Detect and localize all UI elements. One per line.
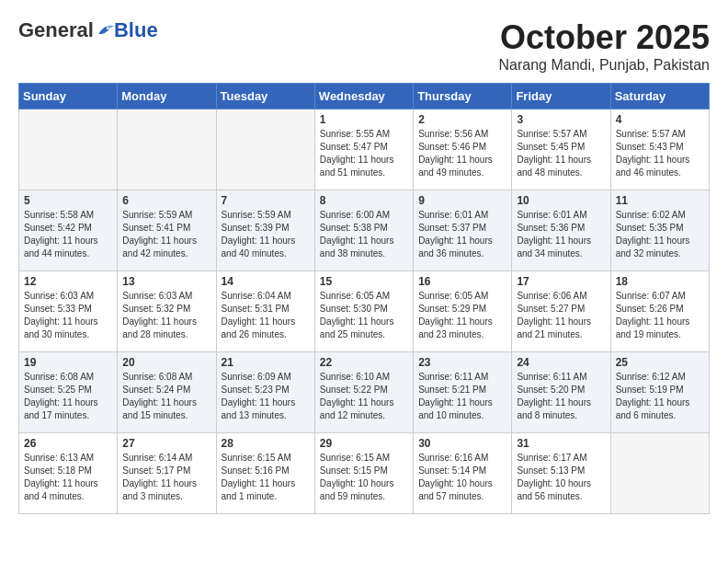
day-number: 4 bbox=[616, 113, 704, 126]
day-number: 2 bbox=[418, 113, 506, 126]
day-info: Sunrise: 5:58 AM Sunset: 5:42 PM Dayligh… bbox=[24, 209, 112, 260]
day-info: Sunrise: 6:01 AM Sunset: 5:36 PM Dayligh… bbox=[517, 209, 605, 260]
weekday-header-row: SundayMondayTuesdayWednesdayThursdayFrid… bbox=[19, 84, 710, 109]
day-info: Sunrise: 6:09 AM Sunset: 5:23 PM Dayligh… bbox=[222, 371, 310, 422]
calendar-week-row: 12Sunrise: 6:03 AM Sunset: 5:33 PM Dayli… bbox=[19, 271, 710, 352]
logo-blue-text: Blue bbox=[114, 18, 158, 42]
day-number: 13 bbox=[122, 275, 210, 288]
logo: General Blue bbox=[18, 18, 158, 42]
day-number: 19 bbox=[24, 356, 112, 369]
weekday-header-wednesday: Wednesday bbox=[314, 84, 413, 109]
calendar-cell: 1Sunrise: 5:55 AM Sunset: 5:47 PM Daylig… bbox=[314, 109, 413, 190]
calendar-cell: 18Sunrise: 6:07 AM Sunset: 5:26 PM Dayli… bbox=[610, 271, 709, 352]
month-title: October 2025 bbox=[499, 18, 710, 57]
day-number: 11 bbox=[616, 194, 704, 207]
calendar-week-row: 26Sunrise: 6:13 AM Sunset: 5:18 PM Dayli… bbox=[19, 433, 710, 514]
calendar-cell: 31Sunrise: 6:17 AM Sunset: 5:13 PM Dayli… bbox=[512, 433, 610, 514]
day-info: Sunrise: 6:10 AM Sunset: 5:22 PM Dayligh… bbox=[320, 371, 408, 422]
calendar-cell: 25Sunrise: 6:12 AM Sunset: 5:19 PM Dayli… bbox=[610, 352, 709, 433]
day-number: 28 bbox=[222, 437, 310, 450]
day-number: 25 bbox=[616, 356, 704, 369]
page-header: General Blue October 2025 Narang Mandi, … bbox=[18, 18, 710, 74]
day-number: 6 bbox=[122, 194, 210, 207]
day-number: 30 bbox=[418, 437, 506, 450]
calendar-week-row: 19Sunrise: 6:08 AM Sunset: 5:25 PM Dayli… bbox=[19, 352, 710, 433]
day-info: Sunrise: 5:57 AM Sunset: 5:43 PM Dayligh… bbox=[616, 128, 704, 179]
day-number: 5 bbox=[24, 194, 112, 207]
calendar-cell: 27Sunrise: 6:14 AM Sunset: 5:17 PM Dayli… bbox=[118, 433, 216, 514]
calendar-cell: 14Sunrise: 6:04 AM Sunset: 5:31 PM Dayli… bbox=[216, 271, 314, 352]
title-block: October 2025 Narang Mandi, Punjab, Pakis… bbox=[499, 18, 710, 74]
day-number: 29 bbox=[320, 437, 408, 450]
calendar-cell: 17Sunrise: 6:06 AM Sunset: 5:27 PM Dayli… bbox=[512, 271, 610, 352]
day-number: 3 bbox=[517, 113, 605, 126]
calendar-cell: 9Sunrise: 6:01 AM Sunset: 5:37 PM Daylig… bbox=[414, 190, 512, 271]
calendar-cell: 4Sunrise: 5:57 AM Sunset: 5:43 PM Daylig… bbox=[610, 109, 709, 190]
calendar-week-row: 1Sunrise: 5:55 AM Sunset: 5:47 PM Daylig… bbox=[19, 109, 710, 190]
day-info: Sunrise: 5:59 AM Sunset: 5:41 PM Dayligh… bbox=[122, 209, 210, 260]
calendar-cell: 12Sunrise: 6:03 AM Sunset: 5:33 PM Dayli… bbox=[19, 271, 118, 352]
calendar-cell: 13Sunrise: 6:03 AM Sunset: 5:32 PM Dayli… bbox=[118, 271, 216, 352]
day-info: Sunrise: 6:05 AM Sunset: 5:30 PM Dayligh… bbox=[320, 290, 408, 341]
day-info: Sunrise: 5:56 AM Sunset: 5:46 PM Dayligh… bbox=[418, 128, 506, 179]
calendar-week-row: 5Sunrise: 5:58 AM Sunset: 5:42 PM Daylig… bbox=[19, 190, 710, 271]
day-number: 14 bbox=[222, 275, 310, 288]
day-info: Sunrise: 6:15 AM Sunset: 5:15 PM Dayligh… bbox=[320, 452, 408, 503]
calendar-cell: 11Sunrise: 6:02 AM Sunset: 5:35 PM Dayli… bbox=[610, 190, 709, 271]
day-number: 23 bbox=[418, 356, 506, 369]
calendar-cell: 26Sunrise: 6:13 AM Sunset: 5:18 PM Dayli… bbox=[19, 433, 118, 514]
day-info: Sunrise: 6:07 AM Sunset: 5:26 PM Dayligh… bbox=[616, 290, 704, 341]
calendar-cell: 7Sunrise: 5:59 AM Sunset: 5:39 PM Daylig… bbox=[216, 190, 314, 271]
weekday-header-thursday: Thursday bbox=[414, 84, 512, 109]
calendar-cell: 20Sunrise: 6:08 AM Sunset: 5:24 PM Dayli… bbox=[118, 352, 216, 433]
day-number: 8 bbox=[320, 194, 408, 207]
day-info: Sunrise: 6:08 AM Sunset: 5:25 PM Dayligh… bbox=[24, 371, 112, 422]
day-info: Sunrise: 6:16 AM Sunset: 5:14 PM Dayligh… bbox=[418, 452, 506, 503]
day-info: Sunrise: 6:15 AM Sunset: 5:16 PM Dayligh… bbox=[222, 452, 310, 503]
day-info: Sunrise: 6:17 AM Sunset: 5:13 PM Dayligh… bbox=[517, 452, 605, 503]
calendar-cell: 30Sunrise: 6:16 AM Sunset: 5:14 PM Dayli… bbox=[414, 433, 512, 514]
day-number: 10 bbox=[517, 194, 605, 207]
calendar-cell: 22Sunrise: 6:10 AM Sunset: 5:22 PM Dayli… bbox=[314, 352, 413, 433]
day-number: 18 bbox=[616, 275, 704, 288]
day-info: Sunrise: 6:13 AM Sunset: 5:18 PM Dayligh… bbox=[24, 452, 112, 503]
day-info: Sunrise: 5:57 AM Sunset: 5:45 PM Dayligh… bbox=[517, 128, 605, 179]
weekday-header-sunday: Sunday bbox=[19, 84, 118, 109]
day-info: Sunrise: 6:02 AM Sunset: 5:35 PM Dayligh… bbox=[616, 209, 704, 260]
weekday-header-saturday: Saturday bbox=[610, 84, 709, 109]
day-number: 9 bbox=[418, 194, 506, 207]
day-number: 21 bbox=[222, 356, 310, 369]
day-info: Sunrise: 6:06 AM Sunset: 5:27 PM Dayligh… bbox=[517, 290, 605, 341]
calendar-cell bbox=[19, 109, 118, 190]
location-text: Narang Mandi, Punjab, Pakistan bbox=[499, 57, 710, 74]
day-number: 1 bbox=[320, 113, 408, 126]
calendar-cell: 3Sunrise: 5:57 AM Sunset: 5:45 PM Daylig… bbox=[512, 109, 610, 190]
day-number: 27 bbox=[122, 437, 210, 450]
day-info: Sunrise: 6:12 AM Sunset: 5:19 PM Dayligh… bbox=[616, 371, 704, 422]
day-info: Sunrise: 5:55 AM Sunset: 5:47 PM Dayligh… bbox=[320, 128, 408, 179]
calendar-cell bbox=[610, 433, 709, 514]
day-info: Sunrise: 6:11 AM Sunset: 5:21 PM Dayligh… bbox=[418, 371, 506, 422]
logo-bird-icon bbox=[96, 21, 114, 40]
day-info: Sunrise: 6:14 AM Sunset: 5:17 PM Dayligh… bbox=[122, 452, 210, 503]
calendar-cell: 5Sunrise: 5:58 AM Sunset: 5:42 PM Daylig… bbox=[19, 190, 118, 271]
day-number: 31 bbox=[517, 437, 605, 450]
weekday-header-tuesday: Tuesday bbox=[216, 84, 314, 109]
calendar-cell: 28Sunrise: 6:15 AM Sunset: 5:16 PM Dayli… bbox=[216, 433, 314, 514]
day-number: 7 bbox=[222, 194, 310, 207]
day-info: Sunrise: 6:03 AM Sunset: 5:32 PM Dayligh… bbox=[122, 290, 210, 341]
day-info: Sunrise: 6:00 AM Sunset: 5:38 PM Dayligh… bbox=[320, 209, 408, 260]
day-info: Sunrise: 6:01 AM Sunset: 5:37 PM Dayligh… bbox=[418, 209, 506, 260]
day-number: 26 bbox=[24, 437, 112, 450]
calendar-cell: 19Sunrise: 6:08 AM Sunset: 5:25 PM Dayli… bbox=[19, 352, 118, 433]
calendar-cell: 23Sunrise: 6:11 AM Sunset: 5:21 PM Dayli… bbox=[414, 352, 512, 433]
calendar-table: SundayMondayTuesdayWednesdayThursdayFrid… bbox=[18, 83, 710, 514]
weekday-header-friday: Friday bbox=[512, 84, 610, 109]
weekday-header-monday: Monday bbox=[118, 84, 216, 109]
calendar-cell bbox=[216, 109, 314, 190]
day-number: 16 bbox=[418, 275, 506, 288]
day-info: Sunrise: 5:59 AM Sunset: 5:39 PM Dayligh… bbox=[222, 209, 310, 260]
day-number: 24 bbox=[517, 356, 605, 369]
day-info: Sunrise: 6:08 AM Sunset: 5:24 PM Dayligh… bbox=[122, 371, 210, 422]
logo-general-text: General bbox=[18, 18, 94, 42]
